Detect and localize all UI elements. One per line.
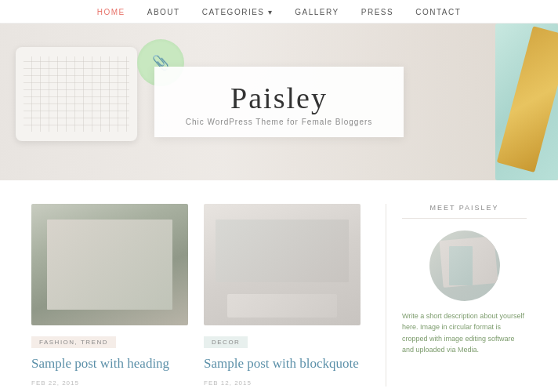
hero-keyboard-decoration [16,47,137,141]
post-title-2[interactable]: Sample post with blockquote [204,354,361,373]
nav-about[interactable]: ABOUT [147,8,180,16]
main-nav: HOME ABOUT CATEGORIES ▾ GALLERY PRESS CO… [0,0,558,24]
nav-contact[interactable]: CONTACT [415,8,461,16]
nav-home[interactable]: HOME [97,8,125,16]
post-category-2[interactable]: DECOR [204,336,248,348]
nav-categories[interactable]: CATEGORIES ▾ [202,8,274,16]
main-content: FASHION, TREND Sample post with heading … [0,180,558,392]
sidebar-description: Write a short description about yourself… [402,310,527,356]
post-card-2: DECOR Sample post with blockquote FEB 12… [204,204,361,387]
sidebar-avatar [429,230,500,301]
post-card-1: FASHION, TREND Sample post with heading … [31,204,188,387]
hero-title-card: Paisley Chic WordPress Theme for Female … [154,67,404,137]
nav-press[interactable]: PRESS [361,8,393,16]
post-category-1[interactable]: FASHION, TREND [31,336,116,348]
site-subtitle: Chic WordPress Theme for Female Bloggers [186,118,373,126]
site-title: Paisley [186,81,373,115]
hero-banner: 📎 Paisley Chic WordPress Theme for Femal… [0,24,558,180]
post-date-2: FEB 12, 2015 [204,379,361,387]
posts-grid: FASHION, TREND Sample post with heading … [31,204,378,387]
post-title-1[interactable]: Sample post with heading [31,354,188,373]
sidebar: MEET PAISLEY Write a short description a… [386,204,527,387]
post-date-1: FEB 22, 2015 [31,379,188,387]
sidebar-title: MEET PAISLEY [402,204,527,219]
post-image-2[interactable] [204,204,361,325]
nav-gallery[interactable]: GALLERY [295,8,339,16]
post-image-1[interactable] [31,204,188,325]
